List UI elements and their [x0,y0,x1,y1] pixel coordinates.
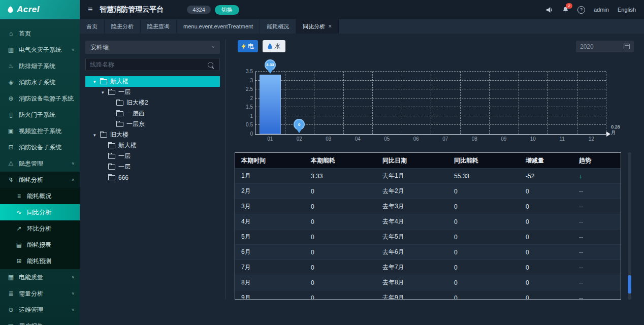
gridline [606,72,606,134]
collapse-sidebar-icon[interactable]: ≡ [88,5,92,14]
bell-icon[interactable]: 2 [562,6,569,13]
sidebar-item[interactable]: ◈消防水子系统 [0,74,80,90]
table-cell: 7月 [235,260,305,275]
sidebar-subitem-label: 同比分析 [27,208,75,217]
sidebar-item-label: 消防水子系统 [19,78,75,87]
electric-mode-button[interactable]: 电 [238,40,258,52]
sidebar-item[interactable]: ⚠隐患管理∨ [0,155,80,172]
sidebar-item[interactable]: ▦电能质量∨ [0,269,80,285]
tree-node-label: 一层东 [126,120,145,128]
tab[interactable]: 同比分析× [296,19,339,34]
tree-node[interactable]: 666 [85,172,220,183]
sidebar-item[interactable]: ⊕消防设备电源子系统 [0,90,80,107]
tree-node-label: 666 [118,174,128,181]
table-cell: 0 [448,230,520,244]
caret-down-icon[interactable]: ▾ [102,90,108,95]
tree-node[interactable]: ▾一层 [85,87,220,98]
table-cell: 0 [448,245,520,259]
axis-annotation: 0.28 [611,124,620,130]
table-cell: 0 [305,184,376,199]
scrollbar-thumb[interactable] [628,275,631,294]
tab-close-icon[interactable]: × [328,23,332,29]
caret-down-icon[interactable]: ▾ [93,133,100,138]
sidebar-subitem-label: 能耗概况 [27,192,75,201]
table-cell: 55.33 [448,169,520,183]
y-tick-label: 2.5 [239,86,253,92]
tree-node[interactable]: 一层 [85,151,220,161]
home-icon: ⌂ [7,30,15,37]
tree-node[interactable]: ▾旧大楼 [85,129,220,140]
table-cell: 8月 [235,275,305,290]
sidebar-item[interactable]: ▥电气火灾子系统∨ [0,42,80,58]
table-header-cell: 本期能耗 [305,153,376,168]
table-header-cell: 同比日期 [376,153,448,168]
water-mode-button[interactable]: 水 [263,40,285,52]
tree-node[interactable]: ▾新大楼 [85,76,220,87]
sidebar-subitem-label: 能耗预测 [27,257,75,266]
sidebar-subitem-label: 能耗报表 [27,241,75,249]
caret-down-icon[interactable]: ▾ [93,79,100,84]
sidebar-subitem[interactable]: ≡能耗概况 [0,188,80,204]
help-icon[interactable]: ? [577,6,585,14]
table-cell: 0 [448,275,520,290]
tab-label: 同比分析 [303,23,325,30]
table-body: 1月3.33去年1月55.33-52↓2月0去年2月00--3月0去年3月00-… [235,168,621,300]
sidebar-item[interactable]: ♨防排烟子系统 [0,58,80,74]
tab[interactable]: 隐患查询 [141,19,177,34]
tab-label: 隐患分析 [111,23,134,30]
tab[interactable]: 能耗概况 [260,19,296,34]
switch-button[interactable]: 切换 [215,5,239,15]
line-search-input[interactable] [86,61,208,68]
x-tick-label: 10 [519,136,548,142]
tree-node-label: 一层 [118,88,131,96]
x-tick-label: 01 [255,136,285,142]
org-dropdown[interactable]: 安科瑞 ∨ [85,41,220,54]
sidebar-item[interactable]: ▣视频监控子系统 [0,123,80,139]
sidebar-item[interactable]: ↯能耗分析∧ [0,172,80,188]
tree-node[interactable]: 一层东 [85,119,220,129]
scrollbar-track[interactable] [628,152,631,300]
table-cell: 0 [448,199,520,214]
search-icon[interactable] [208,62,213,68]
sidebar-subitem[interactable]: ↗环比分析 [0,220,80,237]
username[interactable]: admin [594,7,609,13]
tree-node[interactable]: 新大楼 [85,140,220,151]
tree-node[interactable]: 一层西 [85,108,220,119]
sidebar-subitem[interactable]: ▤能耗报表 [0,237,80,253]
tree-node[interactable]: 一层 [85,161,220,172]
sidebar-item[interactable]: ▤用户报告 [0,318,80,325]
tree-node[interactable]: 旧大楼2 [85,98,220,108]
sidebar-subitem[interactable]: ⊞能耗预测 [0,253,80,269]
speaker-icon[interactable] [546,7,554,13]
table-row: 7月0去年7月00-- [235,259,621,275]
tab[interactable]: 首页 [80,19,105,34]
sidebar-item[interactable]: ▯防火门子系统 [0,107,80,123]
trend-down-icon: ↓ [573,169,621,183]
tab[interactable]: menu.event.eventTreatment [177,19,260,34]
table-row: 4月0去年4月00-- [235,214,621,229]
gridline [577,72,577,134]
year-picker[interactable]: 2020 [576,41,634,52]
table-header-cell: 趋势 [573,153,621,168]
video-icon: ▣ [7,127,15,135]
sidebar-item-label: 首页 [19,29,75,38]
table-cell: 0 [520,245,573,259]
device-panel: 安科瑞 ∨ ▾新大楼▾一层旧大楼2一层西一层东▾旧大楼新大楼一层一层666 [85,41,220,183]
sidebar-subitem[interactable]: ∿同比分析 [0,204,80,220]
y-tick-label: 3.5 [239,69,253,74]
folder-icon [108,165,115,170]
tab[interactable]: 隐患分析 [105,19,141,34]
table-cell: 0 [305,214,376,229]
table-cell: 去年5月 [376,230,448,244]
app-logo[interactable]: Acrel [0,0,80,19]
table-cell: 0 [305,275,376,290]
sidebar-item[interactable]: ≣需量分析∨ [0,285,80,302]
gridline [431,72,431,134]
table-cell: 去年7月 [376,260,448,275]
language-switch[interactable]: English [618,7,636,13]
sidebar-item[interactable]: ⊡消防设备子系统 [0,139,80,155]
gridline [372,72,373,134]
chevron-down-icon: ∨ [71,291,75,296]
sidebar-item[interactable]: ⊙运维管理∨ [0,302,80,318]
sidebar-item[interactable]: ⌂首页 [0,25,80,42]
